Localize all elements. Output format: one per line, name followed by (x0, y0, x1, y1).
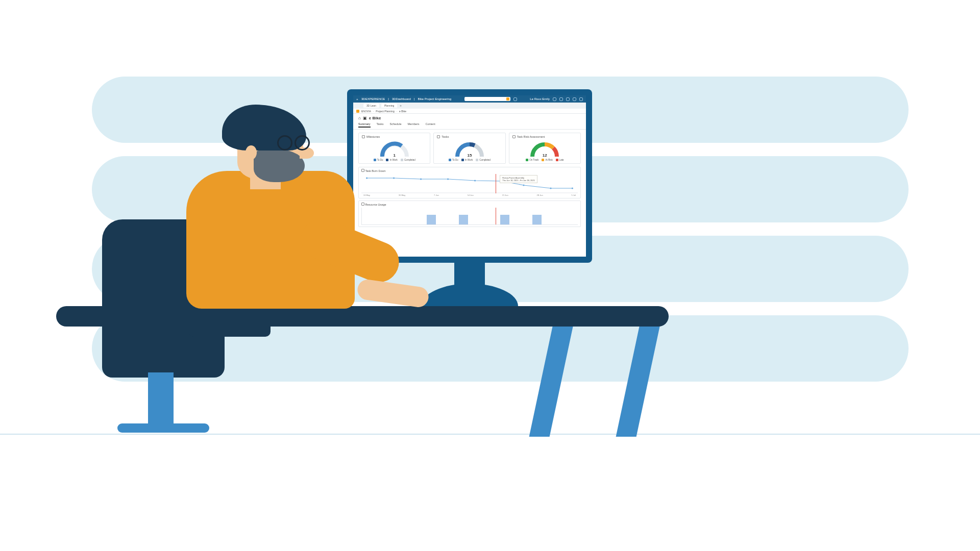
project-badge-icon: ▣ (363, 116, 367, 120)
today-marker (496, 174, 496, 193)
brand-name: 3DEXPERIENCE (361, 97, 385, 101)
svg-point-8 (550, 188, 551, 189)
illustration: ⟁ 3DEXPERIENCE | 3DDashboard | Bike Proj… (0, 0, 980, 551)
burn-down-chart[interactable]: Rotary Frame Assembly Thu Jun 10, 2021 -… (361, 174, 578, 193)
notifications-icon[interactable] (566, 97, 570, 101)
svg-point-9 (572, 188, 573, 189)
card-milestones: Milestones 1 To Do In Work Completed (358, 133, 430, 164)
burn-down-xaxis: 24 May31 May7 Jun14 Jun21 Jun28 Jun5 Jul (361, 194, 578, 196)
home-icon[interactable]: ⌂ (358, 116, 361, 120)
tab-summary[interactable]: Summary (358, 122, 371, 128)
tab-schedule[interactable]: Schedule (390, 122, 402, 128)
person-legs (189, 291, 271, 337)
panel-resource-usage: Resource Usage (358, 201, 581, 227)
secondary-tab[interactable]: 3D Lean (363, 104, 379, 108)
top-bar: ⟁ 3DEXPERIENCE | 3DDashboard | Bike Proj… (353, 95, 586, 103)
home-icon[interactable] (579, 97, 583, 101)
user-name[interactable]: Le Roux Emily (530, 97, 550, 101)
page-title-bar: ⌂ ▣ e Bike (353, 114, 586, 122)
risk-value: 12 (529, 153, 560, 158)
brand-logo-icon: ⟁ (356, 97, 358, 101)
refresh-icon[interactable] (513, 97, 517, 101)
secondary-tab[interactable]: Planning (381, 104, 397, 108)
page-title: e Bike (369, 116, 381, 120)
breadcrumb: ENOVIA · Project Planning · e Bike (353, 109, 586, 114)
add-icon[interactable] (553, 97, 556, 101)
resource-chart[interactable] (361, 208, 578, 225)
svg-point-7 (523, 185, 524, 186)
resource-icon (361, 203, 364, 206)
milestone-icon (362, 135, 365, 138)
milestones-legend: To Do In Work Completed (362, 159, 427, 161)
panel-burn-down: Task Burn Down Rotary Frame Assembly Thu… (358, 167, 581, 198)
chart-tooltip: Rotary Frame Assembly Thu Jun 10, 2021 -… (500, 175, 537, 183)
monitor: ⟁ 3DEXPERIENCE | 3DDashboard | Bike Proj… (347, 89, 592, 263)
svg-point-5 (474, 180, 476, 182)
add-tab-icon[interactable]: ＋ (399, 104, 402, 108)
page-tabs: Summary Tasks Schedule Members Content (353, 122, 586, 130)
app-name: 3DDashboard (392, 97, 411, 101)
breadcrumb-item[interactable]: e Bike (399, 110, 406, 113)
dashboard-screen: ⟁ 3DEXPERIENCE | 3DDashboard | Bike Proj… (353, 95, 586, 257)
monitor-stand (454, 261, 485, 287)
svg-point-4 (447, 179, 449, 180)
svg-point-1 (366, 178, 368, 179)
context-name[interactable]: Bike Project Engineering (418, 97, 452, 101)
help-icon[interactable] (573, 97, 576, 101)
risk-gauge: 12 (529, 141, 560, 157)
today-marker (496, 208, 496, 224)
breadcrumb-app[interactable]: ENOVIA (361, 110, 371, 113)
risk-legend: On Track At Risk Late (512, 159, 577, 161)
tab-tasks[interactable]: Tasks (377, 122, 384, 128)
risk-icon (512, 135, 516, 138)
breadcrumb-section[interactable]: Project Planning (376, 110, 394, 113)
svg-point-3 (420, 179, 422, 180)
milestones-gauge: 1 (379, 141, 410, 157)
milestones-value: 1 (379, 153, 410, 158)
svg-point-2 (393, 178, 395, 179)
tasks-value: 15 (454, 153, 485, 158)
tasks-gauge: 15 (454, 141, 485, 157)
chart-icon (361, 169, 364, 172)
tasks-icon (437, 135, 440, 138)
floor-line (0, 434, 980, 435)
share-icon[interactable] (559, 97, 563, 101)
card-tasks: Tasks 15 To Do In Work Completed (433, 133, 505, 164)
search-input[interactable] (464, 97, 510, 101)
secondary-tab-bar: 3D Lean Planning ＋ (353, 103, 586, 109)
app-badge-icon (356, 110, 359, 113)
summary-cards: Milestones 1 To Do In Work Completed (353, 130, 586, 167)
tasks-legend: To Do In Work Completed (437, 159, 502, 161)
tab-members[interactable]: Members (408, 122, 420, 128)
card-risk: Task Risk Assessment 12 On Track At Risk… (509, 133, 581, 164)
tab-content[interactable]: Content (425, 122, 435, 128)
